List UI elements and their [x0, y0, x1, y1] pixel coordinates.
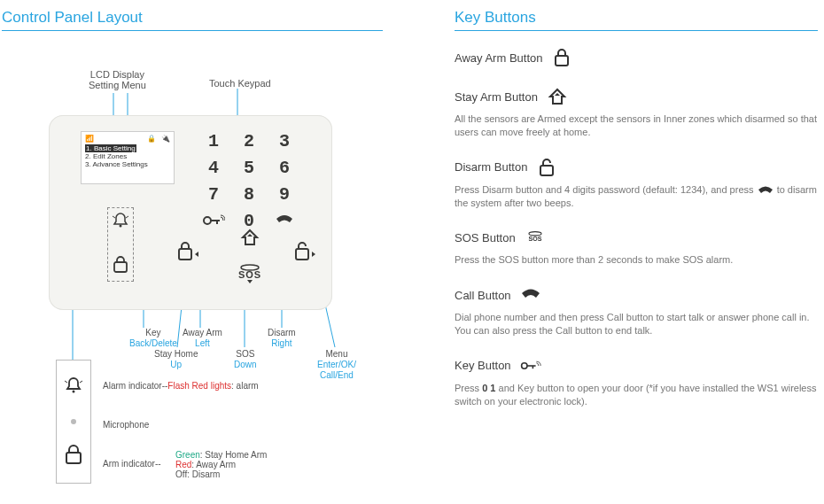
svg-marker-31: [550, 89, 564, 104]
lcd-screen: 📶 🔒 🔌 1. Basic Setting 2. Edit Zones 3. …: [81, 131, 175, 184]
svg-line-23: [113, 216, 115, 218]
key-key-icon: [202, 213, 225, 228]
nav-right-unlock-icon: [293, 239, 318, 262]
svg-line-27: [65, 381, 67, 383]
svg-marker-16: [195, 252, 198, 257]
callout-away: Away Arm Left: [183, 328, 222, 349]
kb-key: Key Button Press 0 1 and Key button to o…: [455, 355, 824, 408]
lcd-menu-1: 1. Basic Setting: [85, 144, 170, 152]
plug-icon: 🔌: [161, 135, 170, 143]
svg-point-34: [529, 232, 541, 236]
nav-row: [176, 239, 318, 262]
callout-sos: SOS Down: [234, 349, 257, 370]
left-section-title: Control Panel Layout: [2, 9, 383, 31]
kb-disarm: Disarm Button Press Disarm button and 4 …: [455, 157, 824, 210]
svg-rect-29: [66, 453, 81, 463]
alarm-bell-icon: [111, 211, 130, 233]
callout-stay: Stay Home Up: [154, 349, 198, 370]
legend-bell-icon: [63, 376, 84, 399]
callout-disarm: Disarm Right: [268, 328, 296, 349]
key-3: 3: [267, 131, 302, 151]
key-4: 4: [196, 158, 231, 178]
svg-marker-32: [555, 93, 560, 96]
svg-point-22: [120, 225, 122, 228]
svg-marker-21: [247, 280, 253, 283]
svg-point-10: [204, 217, 211, 224]
svg-point-36: [521, 363, 526, 368]
callout-keypad: Touch Keypad: [209, 78, 271, 89]
callout-key: Key Back/Delete: [129, 328, 177, 349]
key-phone-icon: [275, 213, 294, 228]
key-icon: [520, 355, 541, 376]
kb-call-label: Call Button: [455, 289, 511, 302]
svg-marker-18: [312, 252, 315, 257]
svg-rect-25: [114, 262, 127, 272]
lcd-menu-3: 3. Advance Settings: [85, 160, 170, 168]
kb-away-arm: Away Arm Button: [455, 47, 824, 68]
sos-icon: SOS: [525, 227, 546, 248]
legend-arm-states: Green: Stay Home Arm Red: Away Arm Off: …: [175, 450, 267, 479]
legend-mic-icon: [71, 419, 76, 424]
lock-icon: 🔒: [147, 135, 156, 143]
callout-lcd-line2: Setting Menu: [89, 80, 146, 90]
touch-keypad: 1 2 3 4 5 6 7 8 9 0: [196, 128, 302, 234]
lock-closed-icon: [551, 47, 572, 68]
svg-text:SOS: SOS: [238, 269, 261, 280]
right-section-title: Key Buttons: [455, 9, 818, 31]
phone-icon: [520, 284, 541, 306]
nav-left-lock-icon: [176, 239, 201, 262]
control-panel-diagram: LCD Display Setting Menu Touch Keypad: [0, 44, 443, 504]
callout-menu: Menu Enter/OK/ Call/End: [317, 349, 356, 381]
svg-point-26: [73, 391, 75, 393]
key-5: 5: [231, 158, 267, 178]
sos-label: SOS: [235, 264, 265, 286]
panel-body: 📶 🔒 🔌 1. Basic Setting 2. Edit Zones 3. …: [49, 115, 332, 310]
arm-lock-small-icon: [113, 255, 128, 275]
callout-lcd-line1: LCD Display: [89, 69, 146, 80]
legend-alarm: Alarm indicator--Flash Red lights: alarm: [103, 381, 259, 391]
svg-text:SOS: SOS: [528, 236, 541, 243]
key-2: 2: [231, 131, 267, 151]
kb-disarm-label: Disarm Button: [455, 160, 527, 174]
key-8: 8: [231, 184, 267, 205]
kb-call: Call Button Dial phone number and then p…: [455, 284, 824, 337]
kb-call-desc: Dial phone number and then press Call bu…: [455, 311, 818, 337]
svg-rect-15: [179, 249, 191, 260]
kb-stay-arm-desc: All the sensors are Armed except the sen…: [455, 112, 818, 139]
kb-key-label: Key Button: [455, 359, 511, 372]
key-7: 7: [196, 184, 231, 205]
key-6: 6: [267, 158, 302, 178]
signal-icon: 📶: [85, 135, 94, 143]
legend-arm: Arm indicator--: [103, 459, 161, 469]
legend-box: [56, 360, 91, 484]
svg-rect-17: [296, 249, 308, 260]
lcd-menu-2: 2. Edit Zones: [85, 152, 170, 160]
kb-stay-arm: Stay Arm Button All the sensors are Arme…: [455, 86, 824, 139]
svg-line-28: [80, 381, 82, 383]
kb-away-arm-label: Away Arm Button: [455, 51, 542, 65]
home-up-icon: [547, 86, 568, 107]
svg-marker-14: [247, 234, 253, 236]
callout-lcd: LCD Display Setting Menu: [89, 69, 146, 90]
lock-open-icon: [536, 157, 557, 178]
kb-disarm-desc: Press Disarm button and 4 digits passwor…: [455, 183, 818, 210]
legend-lock-icon: [64, 444, 83, 468]
svg-rect-33: [540, 166, 553, 175]
phone-inline-icon: [757, 184, 774, 195]
kb-sos: SOS Button SOS Press the SOS button more…: [455, 227, 824, 267]
kb-sos-desc: Press the SOS button more than 2 seconds…: [455, 253, 818, 267]
key-9: 9: [267, 184, 302, 205]
kb-sos-label: SOS Button: [455, 231, 516, 244]
kb-key-desc: Press 0 1 and Key button to open your do…: [455, 382, 818, 408]
svg-line-24: [126, 216, 128, 218]
kb-stay-arm-label: Stay Arm Button: [455, 90, 538, 104]
key-1: 1: [196, 131, 231, 151]
lcd-status-icons: 📶 🔒 🔌: [85, 135, 170, 143]
legend-mic: Microphone: [103, 420, 149, 430]
svg-rect-30: [556, 56, 568, 66]
